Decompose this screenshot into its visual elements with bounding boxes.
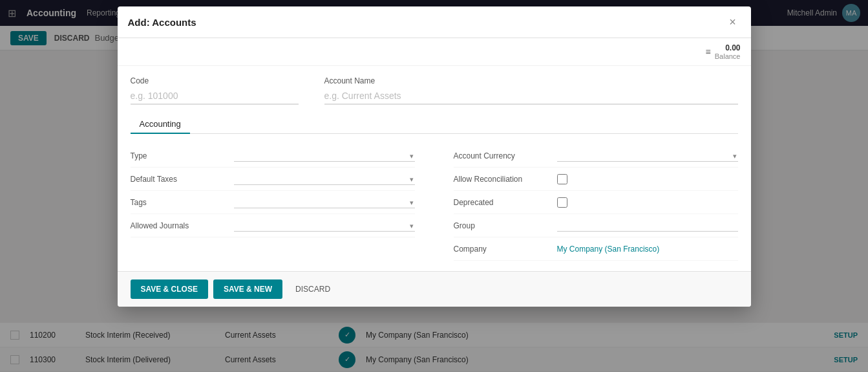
allow-reconciliation-label: Allow Reconciliation <box>454 175 557 184</box>
tags-value <box>234 196 415 208</box>
tags-field-row: Tags <box>131 191 415 214</box>
default-taxes-value <box>234 173 415 185</box>
default-taxes-label: Default Taxes <box>131 175 234 184</box>
company-label: Company <box>454 245 557 254</box>
modal-dialog: Add: Accounts × ≡ 0.00 Balance Code <box>118 6 751 307</box>
company-link[interactable]: My Company (San Francisco) <box>557 245 660 254</box>
group-value <box>557 219 738 232</box>
allowed-journals-select-wrapper <box>234 219 415 232</box>
account-name-field-group: Account Name <box>324 76 738 105</box>
type-select-wrapper <box>234 149 415 162</box>
tab-form-right: Account Currency Allow Reconciliation <box>454 144 738 261</box>
default-taxes-field-row: Default Taxes <box>131 168 415 191</box>
modal-footer: SAVE & CLOSE SAVE & NEW DISCARD <box>118 271 751 307</box>
type-select[interactable] <box>234 149 415 162</box>
deprecated-field-row: Deprecated <box>454 191 738 214</box>
modal-close-button[interactable]: × <box>725 14 741 30</box>
page-background: ⊞ Accounting Reporting Configuration Mit… <box>0 0 868 372</box>
group-field-row: Group <box>454 214 738 237</box>
tags-select-wrapper <box>234 196 415 208</box>
modal-discard-button[interactable]: DISCARD <box>288 279 338 299</box>
tags-select[interactable] <box>234 196 415 208</box>
balance-icon: ≡ <box>706 47 711 57</box>
save-close-button[interactable]: SAVE & CLOSE <box>131 279 208 299</box>
company-field-row: Company My Company (San Francisco) <box>454 237 738 261</box>
default-taxes-select[interactable] <box>234 173 415 185</box>
modal-title: Add: Accounts <box>128 17 196 28</box>
type-label: Type <box>131 151 234 160</box>
deprecated-value <box>557 197 738 208</box>
code-input[interactable] <box>131 88 299 105</box>
account-name-input[interactable] <box>324 88 738 105</box>
type-value <box>234 149 415 162</box>
form-top-row: Code Account Name <box>131 76 738 105</box>
account-currency-value <box>557 149 738 162</box>
account-name-label: Account Name <box>324 76 738 85</box>
type-field-row: Type <box>131 144 415 168</box>
modal-header: Add: Accounts × <box>118 6 751 38</box>
balance-value: 0.00 <box>725 43 740 52</box>
deprecated-label: Deprecated <box>454 198 557 207</box>
tab-form: Type Default Taxes <box>131 144 738 261</box>
company-value: My Company (San Francisco) <box>557 245 738 254</box>
tab-accounting[interactable]: Accounting <box>131 115 190 134</box>
allowed-journals-value <box>234 219 415 232</box>
modal-overlay: Add: Accounts × ≡ 0.00 Balance Code <box>0 0 868 372</box>
allowed-journals-label: Allowed Journals <box>131 221 234 230</box>
modal-body: Code Account Name Accounting <box>118 66 751 271</box>
account-currency-label: Account Currency <box>454 151 557 160</box>
allow-reconciliation-checkbox[interactable] <box>557 174 567 184</box>
tags-label: Tags <box>131 198 234 207</box>
code-label: Code <box>131 76 299 85</box>
deprecated-checkbox[interactable] <box>557 197 567 208</box>
balance-row: ≡ 0.00 Balance <box>118 38 751 66</box>
group-label: Group <box>454 221 557 230</box>
allowed-journals-select[interactable] <box>234 219 415 232</box>
code-field-group: Code <box>131 76 299 105</box>
balance-label: Balance <box>715 52 741 60</box>
default-taxes-select-wrapper <box>234 173 415 185</box>
allow-reconciliation-value <box>557 174 738 184</box>
modal-tabs: Accounting <box>131 115 738 134</box>
account-currency-select[interactable] <box>557 149 738 162</box>
tab-form-left: Type Default Taxes <box>131 144 415 261</box>
account-currency-select-wrapper <box>557 149 738 162</box>
save-new-button[interactable]: SAVE & NEW <box>213 279 282 299</box>
allow-reconciliation-field-row: Allow Reconciliation <box>454 168 738 191</box>
account-currency-field-row: Account Currency <box>454 144 738 168</box>
allowed-journals-field-row: Allowed Journals <box>131 214 415 237</box>
group-input[interactable] <box>557 219 738 232</box>
